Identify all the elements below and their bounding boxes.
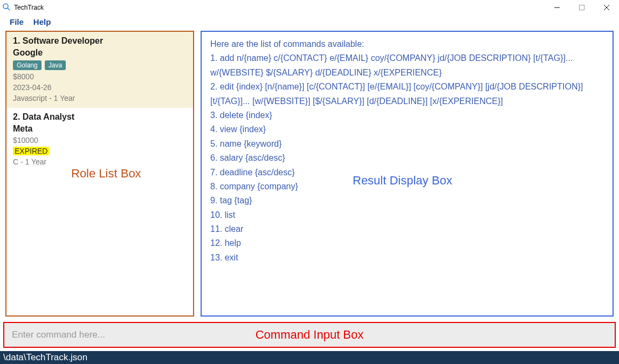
titlebar-left: TechTrack — [2, 3, 44, 13]
status-path: \data\TechTrack.json — [3, 352, 87, 362]
svg-rect-3 — [580, 5, 584, 10]
role-salary: $8000 — [13, 72, 187, 81]
role-title: 1. Software Developer — [13, 36, 187, 46]
tag: Java — [45, 60, 66, 70]
role-list-box: 1. Software DeveloperGoogleGolangJava$80… — [5, 31, 194, 317]
result-line: 2. edit {index} [n/{name}] [c/{CONTACT}]… — [210, 80, 604, 108]
role-title: 2. Data Analyst — [13, 112, 187, 122]
result-line: 4. view {index} — [210, 122, 604, 136]
close-button[interactable] — [594, 0, 619, 15]
tag: Golang — [13, 60, 42, 70]
result-line: 3. delete {index} — [210, 108, 604, 122]
menu-file[interactable]: File — [10, 17, 24, 26]
command-box-wrap: Command Input Box — [3, 322, 616, 348]
role-company: Meta — [13, 124, 187, 134]
role-experience: Javascript - 1 Year — [13, 94, 187, 102]
result-line: 6. salary {asc/desc} — [210, 151, 604, 165]
menu-help[interactable]: Help — [33, 17, 51, 26]
minimize-button[interactable] — [545, 0, 569, 15]
role-experience: C - 1 Year — [13, 157, 187, 166]
result-line: 13. exit — [210, 251, 604, 265]
role-card[interactable]: 2. Data AnalystMeta$10000EXPIREDC - 1 Ye… — [6, 108, 193, 171]
svg-point-0 — [3, 4, 8, 9]
role-date: EXPIRED — [13, 147, 49, 155]
menubar: File Help — [0, 15, 619, 31]
result-line: 5. name {keyword} — [210, 137, 604, 151]
app-icon — [2, 3, 11, 13]
result-line: 7. deadline {asc/desc} — [210, 166, 604, 180]
result-line: 12. help — [210, 236, 604, 250]
result-line: 9. tag {tag} — [210, 194, 604, 208]
result-line: 1. add n/{name} c/{CONTACT} e/{EMAIL} co… — [210, 51, 604, 80]
result-display-box: Here are the list of commands available:… — [201, 31, 614, 317]
role-tags: GolangJava — [13, 60, 187, 70]
titlebar: TechTrack — [0, 0, 619, 15]
maximize-button[interactable] — [569, 0, 594, 15]
result-line: 11. clear — [210, 222, 604, 236]
role-card[interactable]: 1. Software DeveloperGoogleGolangJava$80… — [6, 32, 193, 108]
role-date: 2023-04-26 — [13, 83, 187, 92]
window-controls — [545, 0, 619, 15]
statusbar: \data\TechTrack.json — [0, 351, 619, 364]
role-company: Google — [13, 48, 187, 58]
svg-line-1 — [8, 8, 10, 10]
command-input[interactable] — [3, 322, 616, 348]
role-salary: $10000 — [13, 136, 187, 145]
main-area: 1. Software DeveloperGoogleGolangJava$80… — [0, 31, 619, 317]
result-line: 10. list — [210, 208, 604, 222]
result-line: 8. company {company} — [210, 180, 604, 194]
window-title: TechTrack — [13, 4, 44, 11]
result-header: Here are the list of commands available: — [210, 37, 604, 51]
